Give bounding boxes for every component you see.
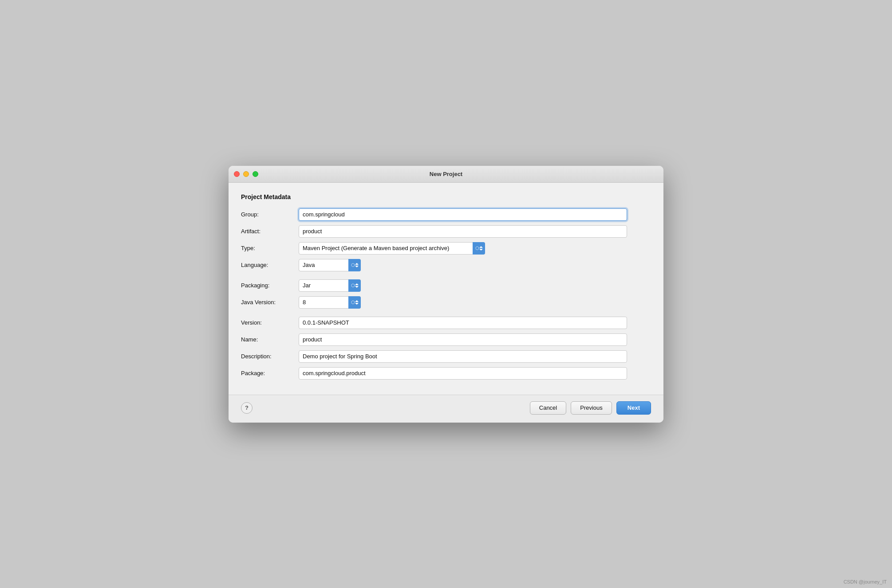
group-label: Group: [241, 211, 299, 218]
previous-button[interactable]: Previous [571, 401, 612, 415]
cancel-button[interactable]: Cancel [530, 401, 566, 415]
form: Group: Artifact: Type: Maven Project (Ge… [241, 208, 651, 384]
package-label: Package: [241, 370, 299, 376]
type-row: Type: Maven Project (Generate a Maven ba… [241, 242, 651, 255]
java-version-label: Java Version: [241, 299, 299, 306]
package-row: Package: [241, 367, 651, 380]
help-button[interactable]: ? [241, 402, 253, 414]
minimize-button[interactable] [243, 171, 249, 177]
language-select[interactable]: Java Kotlin Groovy [299, 259, 361, 271]
spacer2 [241, 313, 651, 317]
footer-left: ? [241, 402, 253, 414]
name-row: Name: [241, 333, 651, 346]
java-version-select-wrapper: 8 11 17 [299, 296, 361, 309]
next-button[interactable]: Next [616, 401, 651, 415]
language-label: Language: [241, 262, 299, 268]
group-input[interactable] [299, 208, 627, 221]
artifact-row: Artifact: [241, 225, 651, 238]
package-input[interactable] [299, 367, 627, 380]
name-label: Name: [241, 336, 299, 343]
window-controls [234, 171, 258, 177]
version-row: Version: [241, 317, 651, 329]
java-version-select[interactable]: 8 11 17 [299, 296, 361, 309]
type-label: Type: [241, 245, 299, 251]
watermark: CSDN @journey_IT [844, 579, 887, 584]
dialog-window: New Project Project Metadata Group: Arti… [229, 166, 663, 423]
maximize-button[interactable] [253, 171, 258, 177]
titlebar: New Project [229, 166, 663, 183]
artifact-label: Artifact: [241, 228, 299, 235]
description-label: Description: [241, 353, 299, 360]
version-input[interactable] [299, 317, 627, 329]
footer-right: Cancel Previous Next [530, 401, 651, 415]
java-version-row: Java Version: 8 11 17 [241, 296, 651, 309]
version-label: Version: [241, 319, 299, 326]
packaging-row: Packaging: Jar War [241, 279, 651, 292]
description-row: Description: [241, 350, 651, 363]
type-select-wrapper: Maven Project (Generate a Maven based pr… [299, 242, 485, 255]
type-select[interactable]: Maven Project (Generate a Maven based pr… [299, 242, 485, 255]
language-select-wrapper: Java Kotlin Groovy [299, 259, 361, 271]
artifact-input[interactable] [299, 225, 627, 238]
packaging-select[interactable]: Jar War [299, 279, 361, 292]
spacer [241, 276, 651, 279]
section-heading: Project Metadata [241, 193, 651, 200]
footer: ? Cancel Previous Next [229, 395, 663, 423]
close-button[interactable] [234, 171, 240, 177]
window-title: New Project [430, 171, 462, 177]
description-input[interactable] [299, 350, 627, 363]
packaging-label: Packaging: [241, 282, 299, 289]
packaging-select-wrapper: Jar War [299, 279, 361, 292]
language-row: Language: Java Kotlin Groovy [241, 259, 651, 271]
main-content: Project Metadata Group: Artifact: Type: … [229, 183, 663, 395]
name-input[interactable] [299, 333, 627, 346]
group-row: Group: [241, 208, 651, 221]
